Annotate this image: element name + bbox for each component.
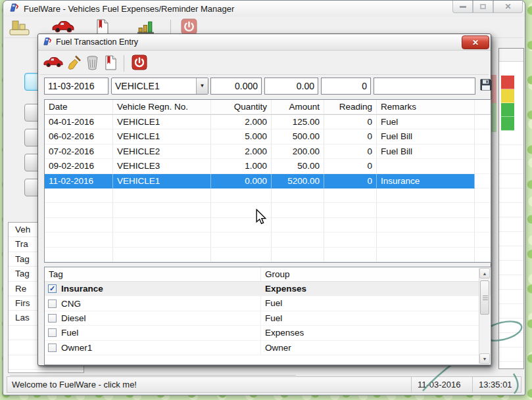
cell-vehicle: VEHICLE1 bbox=[113, 115, 211, 129]
close-button[interactable]: ✕ bbox=[493, 1, 523, 13]
tags-header: Tag Group bbox=[45, 267, 491, 282]
cell-date: 06-02-2016 bbox=[45, 129, 113, 144]
exit-tool-button[interactable] bbox=[132, 55, 147, 73]
empty-row bbox=[45, 248, 491, 262]
cell-reading: 0 bbox=[324, 159, 377, 173]
dialog-titlebar[interactable]: Fuel Transaction Entry bbox=[38, 34, 491, 51]
cell-quantity: 2.000 bbox=[211, 115, 272, 129]
dialog-close-button[interactable]: ✕ bbox=[462, 35, 489, 49]
tag-checkbox[interactable]: ✓ bbox=[48, 284, 57, 293]
cell-remarks bbox=[377, 159, 475, 173]
amount-field[interactable]: 0.00 bbox=[264, 78, 318, 95]
table-row-selected[interactable]: 11-02-2016 VEHICLE1 0.000 5200.00 0 Insu… bbox=[45, 174, 491, 189]
tags-scrollbar[interactable]: ▲ ▼ bbox=[479, 268, 490, 364]
scroll-up-button[interactable]: ▲ bbox=[479, 268, 490, 278]
tags-table: Tag Group ✓ Insurance Expenses ✓ CNG Fue… bbox=[44, 267, 491, 365]
scroll-down-icon: ▼ bbox=[483, 357, 487, 361]
cell-date: 11-02-2016 bbox=[45, 174, 113, 189]
cell-date: 07-02-2016 bbox=[45, 144, 113, 159]
date-field[interactable]: 11-03-2016 bbox=[44, 78, 109, 95]
tag-checkbox[interactable]: ✓ bbox=[48, 344, 57, 352]
cell-vehicle: VEHICLE1 bbox=[113, 174, 211, 189]
status-message[interactable]: Welcome to FuelWare - click me! bbox=[7, 380, 411, 389]
column-header-quantity[interactable]: Quantity bbox=[211, 100, 272, 114]
status-cell-red bbox=[501, 76, 514, 89]
cell-remarks: Insurance bbox=[377, 174, 475, 189]
delete-trash-button[interactable] bbox=[86, 55, 99, 74]
tag-label: Diesel bbox=[61, 313, 86, 323]
tag-label: Owner1 bbox=[61, 343, 92, 353]
toolbar-separator bbox=[124, 55, 124, 72]
group-label: Expenses bbox=[260, 282, 491, 296]
tag-checkbox[interactable]: ✓ bbox=[48, 328, 57, 337]
empty-row bbox=[45, 189, 491, 203]
vehicle-tool-button[interactable] bbox=[43, 55, 63, 72]
cell-amount: 50.00 bbox=[272, 159, 324, 173]
cell-vehicle: VEHICLE1 bbox=[113, 129, 211, 144]
thumb-grip bbox=[483, 296, 488, 300]
reading-field[interactable]: 0 bbox=[321, 78, 371, 95]
quantity-field[interactable]: 0.000 bbox=[210, 78, 262, 95]
maximize-button[interactable] bbox=[473, 1, 493, 13]
cell-quantity: 0.000 bbox=[211, 174, 272, 189]
empty-row bbox=[45, 203, 491, 217]
clear-broom-button[interactable] bbox=[66, 55, 82, 74]
cell-date: 04-01-2016 bbox=[45, 115, 113, 129]
tag-row[interactable]: ✓ Owner1 Owner bbox=[45, 341, 491, 355]
column-header-reading[interactable]: Reading bbox=[324, 100, 377, 114]
cell-quantity: 5.000 bbox=[211, 129, 272, 144]
transactions-table: Date Vehicle Regn. No. Quantity Amount R… bbox=[44, 99, 491, 263]
column-header-amount[interactable]: Amount bbox=[272, 100, 324, 114]
tag-checkbox[interactable]: ✓ bbox=[48, 314, 57, 322]
fuel-transaction-entry-dialog: Fuel Transaction Entry ✕ 11-03-2016 bbox=[37, 33, 491, 366]
tag-row[interactable]: ✓ Diesel Fuel bbox=[45, 311, 491, 326]
cell-amount: 125.00 bbox=[272, 115, 324, 129]
minimize-button[interactable] bbox=[452, 1, 473, 13]
minimize-icon bbox=[460, 6, 466, 8]
checkmark-icon: ✓ bbox=[49, 285, 55, 292]
status-cell-green-2 bbox=[501, 117, 514, 131]
close-icon: ✕ bbox=[472, 38, 479, 47]
column-header-remarks[interactable]: Remarks bbox=[377, 100, 475, 114]
remarks-field[interactable] bbox=[374, 78, 475, 95]
save-button[interactable] bbox=[477, 78, 494, 94]
table-row[interactable]: 06-02-2016 VEHICLE1 5.000 500.00 0 Fuel … bbox=[45, 129, 491, 144]
empty-row bbox=[45, 233, 491, 247]
column-header-date[interactable]: Date bbox=[45, 100, 113, 114]
floppy-disk-icon bbox=[479, 78, 493, 94]
tag-row[interactable]: ✓ CNG Fuel bbox=[45, 296, 491, 311]
column-header-vehicle[interactable]: Vehicle Regn. No. bbox=[113, 100, 211, 114]
empty-row bbox=[45, 218, 491, 233]
cell-reading: 0 bbox=[324, 129, 377, 144]
report-tool-button[interactable] bbox=[105, 55, 117, 74]
dialog-title: Fuel Transaction Entry bbox=[56, 37, 138, 47]
cell-amount: 500.00 bbox=[272, 129, 324, 144]
column-header-group[interactable]: Group bbox=[260, 267, 491, 281]
fuel-pump-toolbar-button[interactable] bbox=[9, 18, 31, 39]
scroll-down-button[interactable]: ▼ bbox=[479, 353, 490, 364]
tag-row[interactable]: ✓ Fuel Expenses bbox=[45, 326, 491, 340]
table-row[interactable]: 04-01-2016 VEHICLE1 2.000 125.00 0 Fuel bbox=[45, 115, 491, 129]
tag-row[interactable]: ✓ Insurance Expenses bbox=[45, 282, 491, 296]
group-label: Owner bbox=[260, 341, 491, 355]
column-header-tag[interactable]: Tag bbox=[45, 269, 260, 279]
app-icon bbox=[9, 3, 19, 14]
combo-dropdown-button[interactable]: ▼ bbox=[196, 78, 208, 94]
cell-amount: 200.00 bbox=[272, 144, 324, 159]
tag-checkbox[interactable]: ✓ bbox=[48, 300, 57, 308]
main-window: FuelWare - Vehicles Fuel Expenses/Remind… bbox=[3, 0, 525, 395]
table-row[interactable]: 09-02-2016 VEHICLE3 1.000 50.00 0 bbox=[45, 159, 491, 173]
group-label: Fuel bbox=[260, 311, 491, 325]
table-row[interactable]: 07-02-2016 VEHICLE2 2.000 200.00 0 Fuel … bbox=[45, 144, 491, 159]
scrollbar-thumb[interactable] bbox=[480, 280, 489, 315]
tag-label: Insurance bbox=[61, 284, 103, 294]
scroll-up-icon: ▲ bbox=[483, 271, 487, 276]
maximize-icon bbox=[480, 4, 486, 9]
vehicle-combobox-value: VEHICLE1 bbox=[115, 78, 160, 94]
group-label: Expenses bbox=[260, 326, 491, 340]
status-cell-yellow bbox=[501, 89, 514, 103]
cell-date: 09-02-2016 bbox=[45, 159, 113, 173]
window-controls: ✕ bbox=[452, 1, 523, 13]
vehicle-combobox[interactable]: VEHICLE1 ▼ bbox=[111, 78, 208, 95]
main-titlebar[interactable]: FuelWare - Vehicles Fuel Expenses/Remind… bbox=[3, 1, 525, 16]
